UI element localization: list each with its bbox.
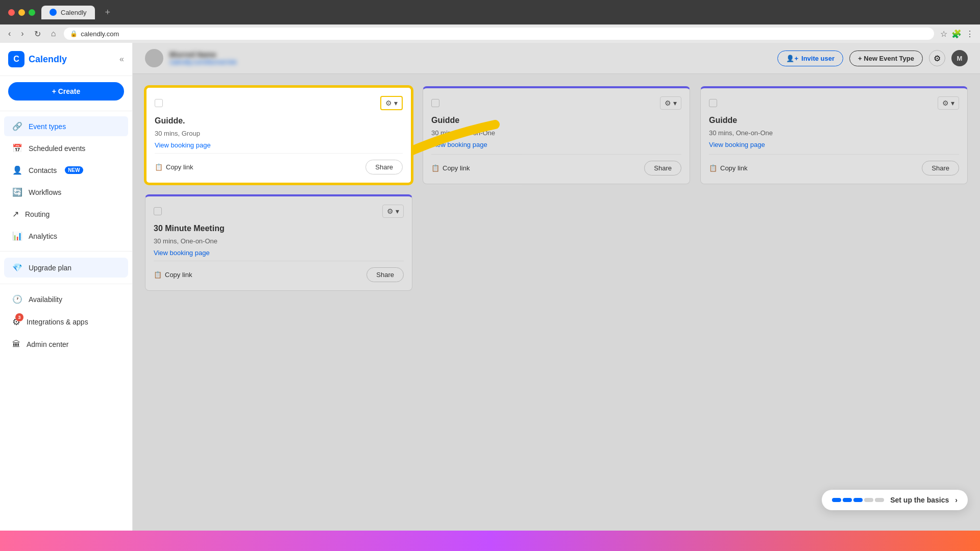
menu-icon[interactable]: ⋮	[966, 29, 974, 39]
card-booking-link-4[interactable]: View booking page	[154, 249, 404, 257]
share-button-2[interactable]: Share	[644, 161, 681, 176]
card-title-4: 30 Minute Meeting	[154, 224, 404, 233]
user-calendar-link[interactable]: calendly.com/blurred-link	[169, 59, 237, 66]
card-footer-3: 📋 Copy link Share	[709, 154, 959, 176]
card-booking-link-2[interactable]: View booking page	[431, 141, 681, 148]
gear-settings-icon-4: ⚙	[387, 207, 394, 215]
back-button[interactable]: ‹	[6, 28, 13, 39]
sidebar-header: C Calendly «	[0, 43, 132, 76]
card-header-3: ⚙ ▾	[709, 96, 959, 110]
copy-icon: 📋	[155, 163, 163, 171]
toolbar-icons: ☆ 🧩 ⋮	[940, 29, 974, 39]
nav-label-routing: Routing	[25, 210, 50, 218]
extensions-icon[interactable]: 🧩	[951, 29, 962, 39]
copy-link-button-2[interactable]: 📋 Copy link	[431, 164, 470, 172]
invite-user-button[interactable]: 👤+ Invite user	[777, 51, 843, 66]
card-checkbox-2[interactable]	[431, 99, 439, 107]
share-button-3[interactable]: Share	[922, 161, 959, 176]
create-button[interactable]: + Create	[8, 82, 124, 101]
home-button[interactable]: ⌂	[49, 28, 58, 39]
calendar-icon: 📅	[12, 143, 22, 153]
contacts-new-badge: NEW	[65, 166, 83, 174]
user-menu-button[interactable]: M	[951, 50, 968, 66]
nav-label-upgrade-plan: Upgrade plan	[29, 264, 71, 272]
gear-dropdown-icon-3: ▾	[951, 99, 954, 107]
card-header-1: ⚙ ▾	[155, 96, 403, 110]
progress-dot-4	[864, 498, 873, 502]
setup-progress-bar	[832, 498, 884, 502]
card-title-2: Guidde	[431, 116, 681, 125]
progress-dot-2	[843, 498, 852, 502]
sidebar-item-availability[interactable]: 🕐 Availability	[4, 289, 128, 309]
bookmark-icon[interactable]: ☆	[940, 29, 947, 39]
user-details: Blurred Name calendly.com/blurred-link	[169, 51, 237, 66]
sidebar-item-admin-center[interactable]: 🏛 Admin center	[4, 335, 128, 354]
copy-link-label-4: Copy link	[165, 271, 192, 279]
card-checkbox-4[interactable]	[154, 207, 162, 215]
card-gear-button-1[interactable]: ⚙ ▾	[380, 96, 403, 110]
top-bar: Blurred Name calendly.com/blurred-link 👤…	[133, 43, 980, 74]
setup-pill-arrow: ›	[955, 496, 958, 504]
card-gear-button-4[interactable]: ⚙ ▾	[382, 205, 404, 218]
nav-label-integrations: Integrations & apps	[27, 318, 88, 326]
card-checkbox-3[interactable]	[709, 99, 717, 107]
card-booking-link-3[interactable]: View booking page	[709, 141, 959, 148]
nav-label-analytics: Analytics	[29, 232, 57, 240]
new-event-type-button[interactable]: + New Event Type	[849, 51, 923, 66]
card-gear-button-2[interactable]: ⚙ ▾	[660, 96, 681, 110]
sidebar-item-event-types[interactable]: 🔗 Event types	[4, 116, 128, 136]
event-card-2: ⚙ ▾ Guidde 30 mins, One-on-One View book…	[423, 86, 690, 184]
gear-dropdown-icon-4: ▾	[396, 207, 399, 215]
setup-pill[interactable]: Set up the basics ›	[822, 490, 968, 510]
copy-link-button-4[interactable]: 📋 Copy link	[154, 271, 192, 279]
card-checkbox-1[interactable]	[155, 99, 163, 107]
address-bar-row: ‹ › ↻ ⌂ 🔒 calendly.com ☆ 🧩 ⋮	[0, 24, 980, 43]
copy-link-label-2: Copy link	[443, 164, 470, 172]
link-icon: 🔗	[12, 121, 22, 131]
routing-icon: ↗	[12, 209, 19, 219]
lock-icon: 🔒	[70, 30, 78, 37]
card-subtitle-3: 30 mins, One-on-One	[709, 129, 959, 137]
minimize-button[interactable]	[18, 9, 25, 16]
copy-link-label-3: Copy link	[720, 164, 747, 172]
card-footer-2: 📋 Copy link Share	[431, 154, 681, 176]
reload-button[interactable]: ↻	[32, 28, 43, 40]
user-name: Blurred Name	[169, 51, 237, 59]
sidebar-item-routing[interactable]: ↗ Routing	[4, 204, 128, 224]
address-text: calendly.com	[81, 30, 119, 38]
sidebar-item-integrations[interactable]: ⚙ 3 Integrations & apps	[4, 311, 128, 333]
maximize-button[interactable]	[29, 9, 35, 16]
browser-tab[interactable]: Calendly	[41, 6, 95, 19]
share-button-1[interactable]: Share	[365, 160, 403, 174]
copy-link-button-3[interactable]: 📋 Copy link	[709, 164, 747, 172]
sidebar-item-analytics[interactable]: 📊 Analytics	[4, 226, 128, 246]
card-subtitle-1: 30 mins, Group	[155, 130, 403, 137]
sidebar-item-workflows[interactable]: 🔄 Workflows	[4, 182, 128, 202]
settings-button[interactable]: ⚙	[929, 50, 945, 66]
share-button-4[interactable]: Share	[366, 267, 404, 282]
sidebar-item-contacts[interactable]: 👤 Contacts NEW	[4, 160, 128, 180]
new-tab-button[interactable]: +	[101, 7, 115, 18]
forward-button[interactable]: ›	[19, 28, 26, 39]
bottom-gradient-bar	[0, 531, 980, 551]
close-button[interactable]	[8, 9, 15, 16]
address-bar[interactable]: 🔒 calendly.com	[64, 28, 934, 40]
copy-link-button-1[interactable]: 📋 Copy link	[155, 163, 193, 171]
analytics-icon: 📊	[12, 231, 22, 241]
admin-icon: 🏛	[12, 340, 20, 349]
collapse-sidebar-button[interactable]: «	[119, 55, 124, 64]
main-content: Blurred Name calendly.com/blurred-link 👤…	[133, 43, 980, 551]
gear-dropdown-icon: ▾	[394, 99, 398, 107]
gear-settings-icon-2: ⚙	[665, 99, 671, 107]
availability-icon: 🕐	[12, 294, 22, 304]
nav-label-contacts: Contacts	[29, 166, 57, 174]
sidebar-item-scheduled-events[interactable]: 📅 Scheduled events	[4, 138, 128, 158]
event-card-4: ⚙ ▾ 30 Minute Meeting 30 mins, One-on-On…	[145, 194, 412, 291]
card-booking-link-1[interactable]: View booking page	[155, 141, 403, 149]
card-header-2: ⚙ ▾	[431, 96, 681, 110]
sidebar-item-upgrade-plan[interactable]: 💎 Upgrade plan	[4, 258, 128, 278]
invite-label: Invite user	[801, 55, 835, 62]
gear-dropdown-icon-2: ▾	[673, 99, 677, 107]
user-info: Blurred Name calendly.com/blurred-link	[145, 49, 237, 67]
card-gear-button-3[interactable]: ⚙ ▾	[938, 96, 959, 110]
